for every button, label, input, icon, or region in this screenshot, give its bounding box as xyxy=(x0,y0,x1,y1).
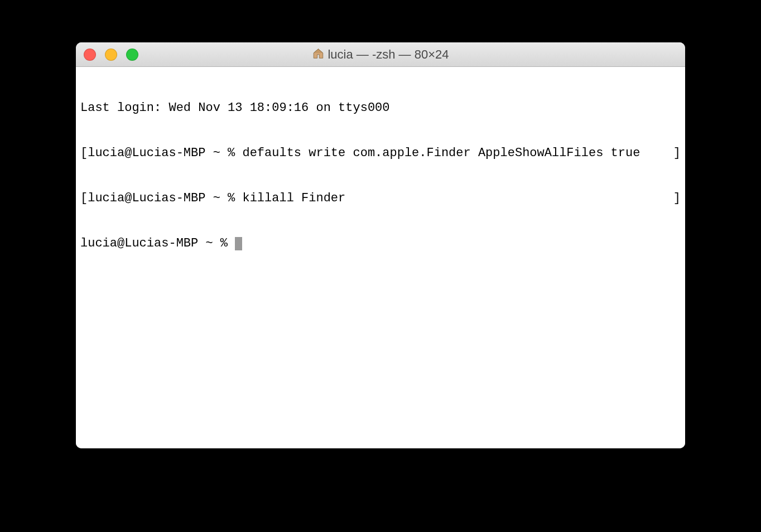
terminal-output-line: [lucia@Lucias-MBP ~ % killall Finder] xyxy=(80,191,681,206)
zoom-button[interactable] xyxy=(126,49,138,61)
cursor-icon xyxy=(235,237,242,250)
right-bracket: ] xyxy=(673,146,681,161)
window-title: lucia — -zsh — 80×24 xyxy=(312,47,449,62)
command-line-2: [lucia@Lucias-MBP ~ % killall Finder xyxy=(80,191,345,206)
terminal-output-line: [lucia@Lucias-MBP ~ % defaults write com… xyxy=(80,146,681,161)
terminal-output-line: Last login: Wed Nov 13 18:09:16 on ttys0… xyxy=(80,100,681,115)
terminal-window: lucia — -zsh — 80×24 Last login: Wed Nov… xyxy=(76,42,685,448)
title-bar[interactable]: lucia — -zsh — 80×24 xyxy=(76,42,685,67)
close-button[interactable] xyxy=(84,49,96,61)
window-title-text: lucia — -zsh — 80×24 xyxy=(327,47,449,62)
terminal-content[interactable]: Last login: Wed Nov 13 18:09:16 on ttys0… xyxy=(76,67,685,448)
home-icon xyxy=(312,47,324,61)
command-line-1: [lucia@Lucias-MBP ~ % defaults write com… xyxy=(80,146,640,161)
right-bracket: ] xyxy=(673,191,681,206)
traffic-lights xyxy=(84,49,138,61)
minimize-button[interactable] xyxy=(105,49,117,61)
terminal-prompt-line: lucia@Lucias-MBP ~ % xyxy=(80,236,681,251)
last-login-text: Last login: Wed Nov 13 18:09:16 on ttys0… xyxy=(80,101,390,115)
prompt-text: lucia@Lucias-MBP ~ % xyxy=(80,236,235,250)
